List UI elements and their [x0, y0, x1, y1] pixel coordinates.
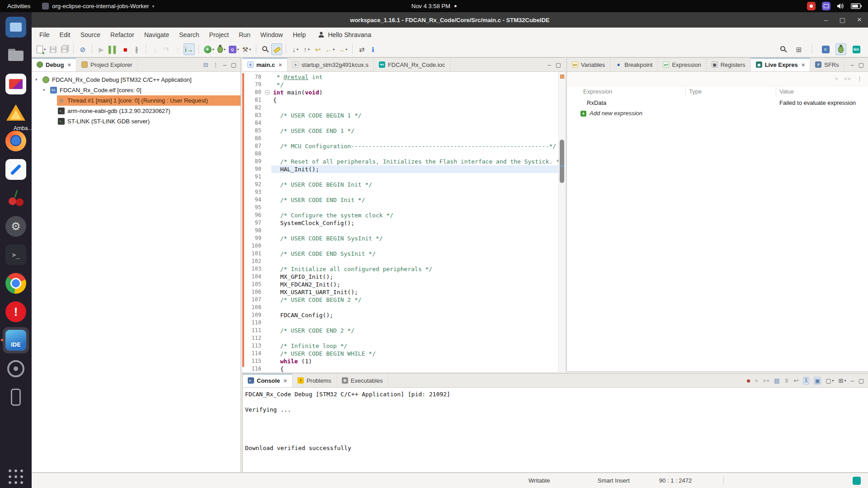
menu-search[interactable]: Search [174, 29, 204, 41]
stm32cubeide-icon[interactable]: IDE [3, 327, 29, 353]
code-line[interactable]: 95 [244, 204, 558, 211]
information-icon[interactable]: ℹ [368, 43, 378, 55]
pin-console-icon[interactable]: ⊼ [803, 377, 809, 385]
show-on-output-icon[interactable]: ▣ [814, 377, 821, 385]
menu-window[interactable]: Window [255, 29, 288, 41]
new-search-icon[interactable] [260, 43, 271, 55]
code-line[interactable]: 91 [244, 173, 558, 181]
step-into-icon[interactable]: ↓ [150, 43, 160, 55]
live-tab-registers[interactable]: ▦Registers [707, 58, 751, 71]
remote-app-icon[interactable] [822, 2, 830, 10]
close-window-icon[interactable]: × [857, 15, 862, 24]
debug-perspective-icon[interactable] [835, 43, 846, 55]
code-line[interactable]: 100 [244, 242, 558, 250]
cherry-app-icon[interactable] [3, 185, 29, 211]
line-number[interactable]: 114 [244, 350, 264, 357]
files-icon[interactable] [3, 42, 29, 69]
text-editor-icon[interactable] [3, 14, 29, 40]
line-number[interactable]: 86 [244, 135, 264, 142]
code-line[interactable]: 97 SystemClock_Config(); [244, 219, 558, 227]
code-line[interactable]: 108 [244, 304, 558, 311]
line-number[interactable]: 116 [244, 365, 264, 372]
debug-tree-item[interactable]: ▾01FDCAN_Rx_Code.elf [cores: 0] [32, 85, 241, 95]
skip-all-breakpoints-icon[interactable]: ⊘ [77, 43, 88, 55]
remove-expression-icon[interactable]: × [835, 75, 838, 82]
line-number[interactable]: 97 [244, 219, 264, 227]
step-return-icon[interactable]: ↑ [172, 43, 183, 55]
next-annotation-icon[interactable]: ↓▾ [290, 43, 301, 55]
debug-tree[interactable]: ▾FDCAN_Rx_Code Debug [STM32 C/C++ Applic… [32, 72, 241, 472]
run-icon[interactable]: ▾ [203, 43, 216, 55]
line-number[interactable]: 100 [244, 242, 264, 250]
code-line[interactable]: 79 */ [244, 81, 558, 89]
terminate-console-icon[interactable]: ■ [747, 377, 750, 384]
line-number[interactable]: 88 [244, 150, 264, 158]
code-line[interactable]: 116 { [244, 365, 558, 372]
debug-tree-item[interactable]: ▾FDCAN_Rx_Code Debug [STM32 C/C++ Applic… [32, 75, 241, 85]
expression-row[interactable]: RxData Failed to evaluate expression [567, 98, 868, 108]
disconnect-icon[interactable]: ∦ [131, 43, 142, 55]
code-line[interactable]: 81{ [244, 96, 558, 104]
remove-launch-icon[interactable]: × [755, 377, 759, 384]
line-number[interactable]: 96 [244, 211, 264, 219]
menu-refactor[interactable]: Refactor [105, 29, 139, 41]
screenshot-tool-icon[interactable] [3, 356, 29, 382]
debug-icon[interactable]: ▾ [216, 43, 227, 55]
line-number[interactable]: 109 [244, 311, 264, 319]
editor-tab-fdcan-rx-code-ioc[interactable]: MXFDCAN_Rx_Code.ioc [374, 58, 450, 71]
code-line[interactable]: 103 /* Initialize all configured periphe… [244, 265, 558, 273]
live-tab-expression[interactable]: x+Expression [658, 58, 706, 71]
maximize-view-icon[interactable]: ▢ [859, 61, 864, 68]
new-wizard-icon[interactable]: ▾ [35, 43, 47, 55]
menu-file[interactable]: File [34, 29, 55, 41]
code-line[interactable]: 107 /* USER CODE BEGIN 2 */ [244, 296, 558, 304]
live-tab-variables[interactable]: x=Variables [567, 58, 610, 71]
console-tab-problems[interactable]: !Problems [292, 374, 337, 387]
debug-tab-project-explorer[interactable]: Project Explorer [76, 58, 137, 71]
code-line[interactable]: 112 [244, 334, 558, 342]
menu-run[interactable]: Run [234, 29, 255, 41]
back-icon[interactable]: ←▾ [324, 43, 336, 55]
close-icon[interactable]: × [67, 61, 71, 68]
code-line[interactable]: 106 MX_USART1_UART_Init(); [244, 288, 558, 296]
line-number[interactable]: 105 [244, 281, 264, 288]
view-menu-icon[interactable]: ⋮ [857, 75, 863, 82]
menu-source[interactable]: Source [75, 29, 105, 41]
step-over-icon[interactable]: ↷ [161, 43, 172, 55]
line-number[interactable]: 80 [244, 89, 264, 96]
editor-tab-main-c[interactable]: cmain.c× [242, 58, 288, 71]
word-wrap-icon[interactable]: ↩ [794, 377, 799, 384]
code-line[interactable]: 96 /* Configure the system clock */ [244, 211, 558, 219]
minimize-view-icon[interactable]: – [850, 61, 854, 68]
activities-button[interactable]: Activities [0, 0, 38, 12]
forward-icon[interactable]: →▾ [336, 43, 349, 55]
code-line[interactable]: 99 /* USER CODE BEGIN SysInit */ [244, 235, 558, 242]
screen-record-indicator-icon[interactable] [807, 2, 816, 10]
line-number[interactable]: 91 [244, 173, 264, 181]
code-line[interactable]: 113 /* Infinite loop */ [244, 342, 558, 350]
code-line[interactable]: 90 HAL_Init(); [244, 165, 558, 173]
maximize-view-icon[interactable]: ▢ [859, 377, 864, 384]
open-console-icon[interactable]: ⊞▾ [839, 377, 846, 384]
line-number[interactable]: 107 [244, 296, 264, 304]
instruction-stepping-icon[interactable]: i→ [184, 43, 194, 55]
debug-tree-item[interactable]: ⚙Thread #1 [main] 1 [core: 0] (Running :… [32, 95, 241, 106]
code-line[interactable]: 110 [244, 319, 558, 327]
code-line[interactable]: 104 MX_GPIO_Init(); [244, 273, 558, 281]
code-line[interactable]: 88 [244, 150, 558, 158]
line-number[interactable]: 102 [244, 258, 264, 265]
mark-occurrences-icon[interactable] [271, 43, 282, 55]
line-number[interactable]: 84 [244, 119, 264, 127]
code-line[interactable]: 98 [244, 227, 558, 235]
minimize-view-icon[interactable]: – [223, 61, 226, 68]
amba-icon[interactable] [3, 99, 29, 126]
save-all-icon[interactable] [59, 43, 70, 55]
collapse-all-icon[interactable]: ⊟ [203, 61, 208, 68]
resume-icon[interactable]: ▶ [96, 43, 107, 55]
live-tab-breakpoint[interactable]: ●Breakpoint [610, 58, 658, 71]
maximize-view-icon[interactable]: ▢ [556, 61, 561, 68]
previous-annotation-icon[interactable]: ↑▾ [301, 43, 312, 55]
column-expression[interactable]: Expression [583, 88, 612, 95]
view-menu-icon[interactable]: ⋮ [212, 61, 218, 68]
line-number[interactable]: 95 [244, 204, 264, 211]
